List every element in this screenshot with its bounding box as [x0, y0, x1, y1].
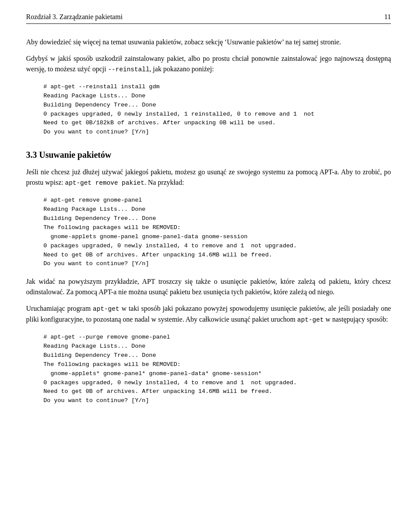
apt-get-code-2: apt-get: [297, 316, 324, 323]
chapter-label: Rozdział 3. Zarządzanie pakietami: [26, 13, 122, 21]
paragraph-1: Aby dowiedzieć się więcej na temat usuwa…: [26, 37, 391, 47]
code-block-3: # apt-get --purge remove gnome-panel Rea…: [43, 333, 391, 406]
remove-command: apt-get remove pakiet: [65, 180, 145, 186]
paragraph-4: Jak widać na powyższym przykładzie, APT …: [26, 276, 391, 297]
apt-get-code-1: apt-get: [93, 306, 119, 313]
code-block-1: # apt-get --reinstall install gdm Readin…: [43, 83, 391, 137]
paragraph-3: Jeśli nie chcesz już dłużej używać jakie…: [26, 167, 391, 188]
page-header: Rozdział 3. Zarządzanie pakietami 11: [26, 13, 391, 24]
paragraph-5: Uruchamiając program apt-get w taki spos…: [26, 303, 391, 325]
section-heading-3-3: 3.3 Usuwanie pakietów: [26, 150, 391, 160]
code-block-2: # apt-get remove gnome-panel Reading Pac…: [43, 196, 391, 269]
paragraph-2: Gdybyś w jakiś sposób uszkodził zainstal…: [26, 53, 391, 75]
page-number: 11: [384, 13, 391, 21]
reinstall-option: --reinstall: [108, 66, 149, 73]
